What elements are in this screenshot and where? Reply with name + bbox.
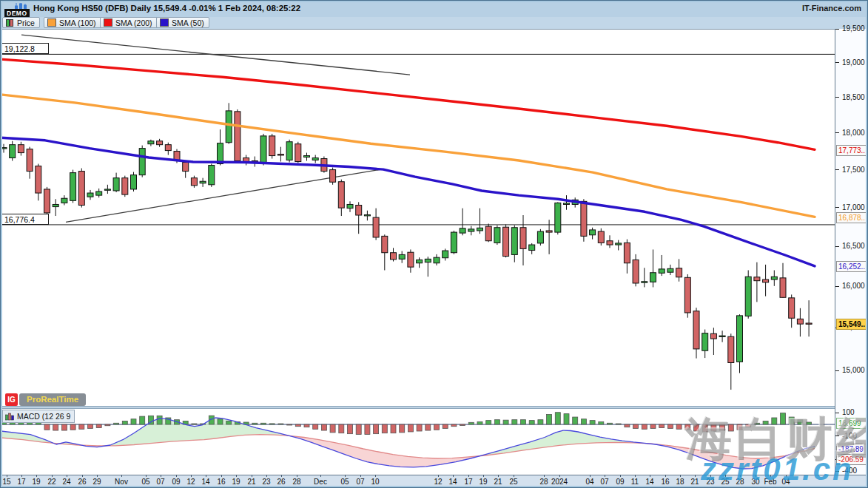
time-tick-label: 19 [232, 478, 240, 486]
time-tick-label: 23 [262, 478, 270, 486]
candle-body [148, 141, 154, 144]
time-tick-mark [320, 475, 321, 477]
macd-histogram-bar [529, 421, 534, 424]
macd-histogram-bar [608, 423, 613, 424]
macd-histogram-bar [287, 424, 292, 425]
candle-body [745, 277, 751, 316]
candle-body [624, 243, 630, 262]
time-tick-label: 05 [340, 478, 349, 486]
time-tick-mark [360, 475, 361, 477]
time-tick-mark [375, 475, 376, 477]
macd-histogram-bar [61, 424, 67, 430]
price-tick-mark [835, 169, 839, 170]
macd-histogram-bar [365, 424, 370, 435]
candle-body [737, 316, 743, 362]
time-tick-label: 09 [172, 478, 180, 486]
price-tick-label: 19,000 [842, 58, 865, 67]
candle-body [312, 158, 318, 160]
sma50-line [1, 138, 815, 266]
time-tick-label: Nov [115, 478, 128, 486]
time-tick-label: 28 [292, 478, 300, 486]
macd-histogram-bar [538, 420, 543, 424]
time-tick-mark [635, 475, 636, 477]
time-tick-label: 24 [62, 478, 70, 486]
proreal-time-logo: IG ProRealTime [5, 393, 86, 406]
macd-histogram-bar [157, 416, 162, 424]
sma100-line [1, 95, 815, 217]
macd-histogram-bar [599, 421, 604, 424]
candle-body [503, 227, 509, 256]
time-tick-mark [281, 475, 282, 477]
macd-histogram-bar [278, 424, 283, 424]
time-tick-label: 14 [201, 478, 209, 486]
candle-body [364, 214, 370, 215]
time-tick-mark [21, 475, 22, 477]
macd-histogram-bar [261, 423, 266, 424]
candle-body [710, 333, 716, 339]
time-tick-label: 21 [247, 478, 255, 486]
time-tick-label: 17 [17, 478, 25, 486]
chart-window: DEMO Hong Kong HS50 (DFB) Daily 15,549.4… [0, 0, 868, 488]
time-tick-label: 10 [371, 478, 379, 486]
candle-body [44, 189, 50, 213]
candle-body [131, 175, 137, 189]
macd-histogram-bar [140, 416, 145, 424]
candle-body [494, 228, 500, 243]
candle-body [581, 201, 587, 236]
time-tick-label: 15 [2, 478, 10, 486]
candle-body [373, 217, 379, 237]
candle-body [485, 226, 491, 241]
candle-body [520, 228, 526, 249]
macd-histogram-bar [503, 420, 508, 424]
candle-body [338, 182, 344, 208]
time-tick-mark [483, 475, 484, 477]
time-tick-label: 07 [356, 478, 364, 486]
time-tick-label: 09 [616, 478, 624, 486]
macd-histogram-bar [88, 424, 93, 428]
candle-body [642, 282, 647, 282]
time-tick-mark [665, 475, 666, 477]
candle-body [27, 149, 33, 172]
candle-body [10, 145, 16, 158]
candle-body [391, 253, 397, 260]
candle-body [590, 230, 596, 235]
macd-indicator-button[interactable]: MACD (12 26 9 [2, 410, 75, 423]
macd-histogram-bar [44, 424, 50, 430]
candle-body [425, 259, 431, 262]
candle-body [511, 228, 517, 255]
time-tick-label: 14 [645, 478, 653, 486]
candle-body [113, 178, 119, 191]
time-tick-label: 29 [92, 478, 101, 486]
time-tick-mark [438, 475, 439, 477]
macd-histogram-bar [581, 419, 586, 424]
candle-body [183, 163, 189, 172]
candle-body [399, 254, 405, 259]
price-tick-label: 16,500 [842, 242, 865, 250]
time-tick-label: 19 [32, 478, 40, 486]
macd-histogram-bar [226, 421, 232, 424]
hline-price-label-upper: 19,122.8 [1, 43, 49, 54]
candle-body [165, 145, 171, 151]
macd-histogram-bar [434, 424, 440, 430]
time-tick-mark [236, 475, 237, 477]
candle-body [806, 323, 812, 324]
candle-body [650, 273, 656, 282]
time-tick-label: 04 [585, 478, 593, 486]
macd-histogram-bar [339, 424, 344, 433]
candle-body [157, 141, 163, 145]
macd-histogram-bar [252, 423, 258, 424]
macd-histogram-bar [313, 424, 318, 429]
candle-body [417, 260, 423, 262]
sma200-line [1, 59, 815, 149]
macd-histogram-bar [53, 424, 58, 430]
candle-body [667, 268, 673, 272]
macd-histogram-bar [494, 420, 499, 424]
candle-body [286, 142, 292, 160]
macd-ribbon [480, 430, 650, 456]
candle-body [616, 243, 622, 245]
macd-histogram-bar [451, 424, 457, 427]
candle-body [468, 229, 474, 231]
candle-body [684, 277, 690, 313]
price-tick-label: 17,500 [842, 166, 865, 174]
candle-body [659, 269, 665, 273]
